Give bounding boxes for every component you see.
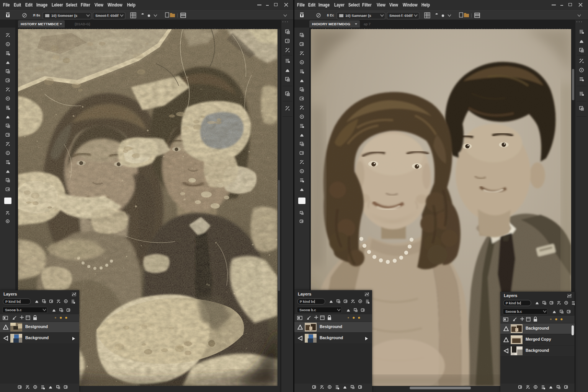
svg-text:Sнooв b.с: Sнooв b.с [5,308,21,312]
svg-text:P kind bc: P kind bc [5,300,21,304]
svg-text:Sнooв b.с: Sнooв b.с [505,310,522,314]
svg-text:Я 8s: Я 8s [33,13,40,17]
svg-text:10) Samnaer (s: 10) Samnaer (s [345,13,371,18]
svg-text:Smoot-f: €0dif: Smoot-f: €0dif [95,14,119,18]
svg-text:8 Ес: 8 Ес [327,13,334,17]
svg-text:10) Somoser (s: 10) Somoser (s [51,13,77,18]
svg-text:Sнooв b.с: Sнooв b.с [299,308,316,312]
svg-text:P kind bc: P kind bc [506,301,521,305]
svg-text:P kind bc: P kind bc [300,300,315,304]
svg-text:Smoot-f: €0dif: Smoot-f: €0dif [389,14,413,18]
